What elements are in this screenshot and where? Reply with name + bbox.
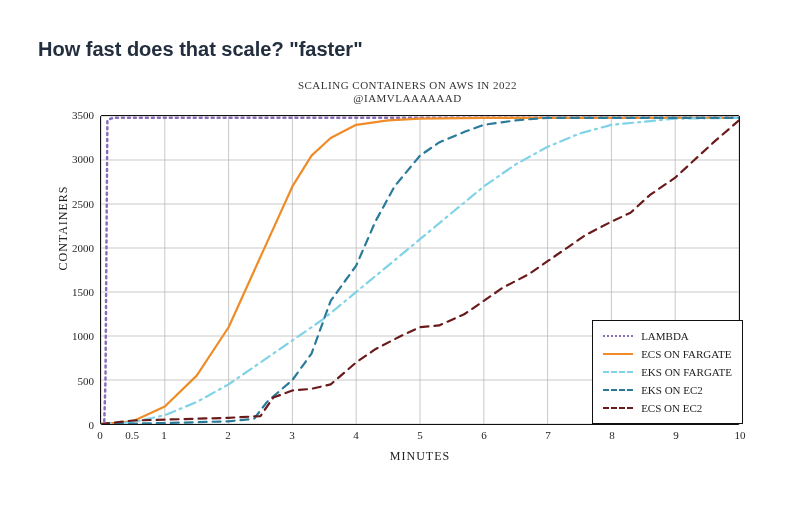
y-tick: 2000 bbox=[72, 242, 95, 254]
x-tick: 8 bbox=[609, 429, 615, 441]
x-tick: 0 bbox=[97, 429, 103, 441]
x-tick: 10 bbox=[735, 429, 747, 441]
y-tick: 3500 bbox=[72, 109, 95, 121]
legend-swatch bbox=[603, 335, 633, 337]
legend-label: EKS ON EC2 bbox=[641, 384, 703, 396]
y-tick: 1000 bbox=[72, 330, 95, 342]
x-tick: 3 bbox=[289, 429, 295, 441]
x-axis-label: MINUTES bbox=[100, 449, 740, 464]
legend-label: ECS ON FARGATE bbox=[641, 348, 731, 360]
chart-title: SCALING CONTAINERS ON AWS IN 2022 @IAMVL… bbox=[60, 79, 755, 105]
legend-item: EKS ON EC2 bbox=[603, 381, 732, 399]
x-axis-ticks: 00.512345678910 bbox=[100, 425, 740, 449]
legend-swatch bbox=[603, 353, 633, 355]
y-tick: 500 bbox=[78, 375, 95, 387]
legend: LAMBDAECS ON FARGATEEKS ON FARGATEEKS ON… bbox=[592, 320, 743, 424]
x-tick: 0.5 bbox=[125, 429, 139, 441]
x-tick: 1 bbox=[161, 429, 167, 441]
legend-item: ECS ON EC2 bbox=[603, 399, 732, 417]
chart: SCALING CONTAINERS ON AWS IN 2022 @IAMVL… bbox=[60, 85, 755, 470]
x-tick: 5 bbox=[417, 429, 423, 441]
legend-swatch bbox=[603, 371, 633, 373]
x-tick: 4 bbox=[353, 429, 359, 441]
y-tick: 0 bbox=[89, 419, 95, 431]
page-title: How fast does that scale? "faster" bbox=[38, 38, 363, 61]
y-tick: 2500 bbox=[72, 198, 95, 210]
y-tick: 1500 bbox=[72, 286, 95, 298]
x-tick: 6 bbox=[481, 429, 487, 441]
legend-item: ECS ON FARGATE bbox=[603, 345, 732, 363]
legend-item: EKS ON FARGATE bbox=[603, 363, 732, 381]
legend-label: EKS ON FARGATE bbox=[641, 366, 732, 378]
y-tick: 3000 bbox=[72, 153, 95, 165]
legend-item: LAMBDA bbox=[603, 327, 732, 345]
x-tick: 2 bbox=[225, 429, 231, 441]
legend-swatch bbox=[603, 407, 633, 409]
legend-label: ECS ON EC2 bbox=[641, 402, 702, 414]
legend-swatch bbox=[603, 389, 633, 391]
legend-label: LAMBDA bbox=[641, 330, 689, 342]
x-tick: 9 bbox=[673, 429, 679, 441]
y-axis-ticks: 0500100015002000250030003500 bbox=[60, 115, 100, 425]
x-tick: 7 bbox=[545, 429, 551, 441]
